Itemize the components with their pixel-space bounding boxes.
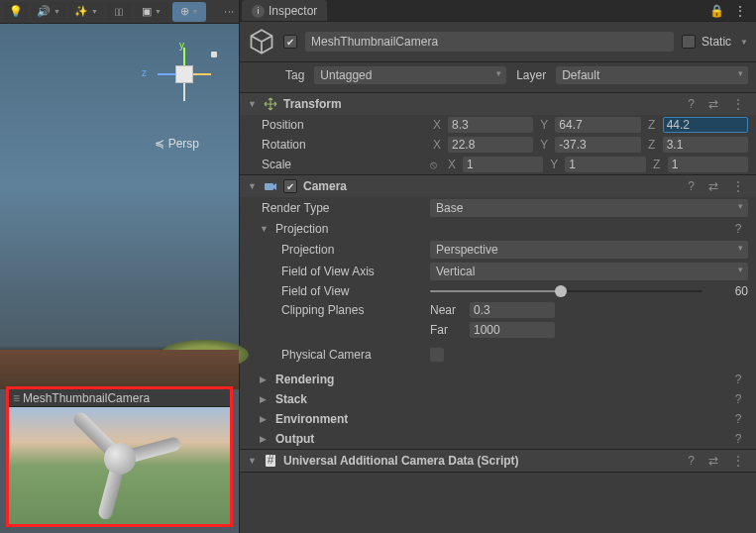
rotation-x[interactable]: 22.8 bbox=[448, 137, 533, 153]
scale-row: Scale ⦸ X1 Y1 Z1 bbox=[240, 155, 756, 174]
help-icon[interactable]: ? bbox=[684, 454, 699, 468]
fold-icon: ▼ bbox=[248, 456, 258, 466]
fov-label: Field of View bbox=[281, 284, 426, 298]
gizmo-toggle[interactable]: ⊕▼ bbox=[172, 2, 206, 22]
tab-menu-icon[interactable]: ⋮ bbox=[734, 4, 746, 18]
fov-value[interactable]: 60 bbox=[710, 284, 748, 298]
position-y[interactable]: 64.7 bbox=[555, 117, 640, 133]
fov-slider[interactable]: 60 bbox=[430, 284, 748, 298]
stack-label: Stack bbox=[275, 392, 722, 406]
camera-preview-titlebar[interactable]: ≡ MeshThumbnailCamera bbox=[9, 389, 230, 407]
inspector-tabs: i Inspector 🔒 ⋮ bbox=[240, 0, 756, 22]
position-x[interactable]: 8.3 bbox=[448, 117, 533, 133]
static-checkbox[interactable] bbox=[682, 35, 696, 49]
tag-dropdown[interactable]: Untagged bbox=[314, 66, 506, 84]
physical-camera-checkbox[interactable] bbox=[430, 348, 444, 362]
tab-label: Inspector bbox=[269, 4, 317, 18]
fold-icon: ▼ bbox=[248, 99, 258, 109]
link-icon[interactable]: ⦸ bbox=[430, 159, 437, 171]
position-row: Position X8.3 Y64.7 Z44.2 bbox=[240, 115, 756, 135]
scale-y[interactable]: 1 bbox=[565, 157, 645, 172]
camera-header[interactable]: ▼ Camera ? ⇄ ⋮ bbox=[240, 175, 756, 197]
camera-enabled-checkbox[interactable] bbox=[283, 179, 297, 193]
grip-icon: ≡ bbox=[13, 391, 18, 405]
help-icon[interactable]: ? bbox=[684, 179, 699, 193]
gameobject-icon[interactable] bbox=[248, 28, 275, 55]
fx-toggle[interactable]: ✨▼ bbox=[69, 2, 103, 22]
object-header: MeshThumbnailCamera Static ▼ bbox=[240, 22, 756, 62]
object-name-field[interactable]: MeshThumbnailCamera bbox=[305, 32, 674, 52]
orientation-gizmo[interactable]: yz bbox=[150, 40, 219, 109]
help-icon[interactable]: ? bbox=[728, 392, 748, 406]
help-icon[interactable]: ? bbox=[728, 412, 748, 426]
output-section[interactable]: ▶ Output ? bbox=[240, 429, 756, 449]
preset-icon[interactable]: ⇄ bbox=[704, 97, 722, 111]
menu-icon[interactable]: ⋮ bbox=[728, 97, 748, 111]
preset-icon[interactable]: ⇄ bbox=[704, 179, 722, 193]
stack-section[interactable]: ▶ Stack ? bbox=[240, 389, 756, 409]
scene-toolbar: 💡 🔊▼ ✨▼ 👁̷ ▣▼ ⊕▼ ⋮ bbox=[0, 0, 239, 24]
lock-icon[interactable]: 🔒 bbox=[709, 4, 724, 18]
clipping-far-row: Far 1000 bbox=[240, 320, 756, 340]
help-icon[interactable]: ? bbox=[684, 97, 699, 111]
fov-axis-row: Field of View Axis Vertical bbox=[240, 261, 756, 282]
render-type-dropdown[interactable]: Base bbox=[430, 199, 748, 217]
svg-rect-0 bbox=[265, 183, 273, 190]
rotation-z[interactable]: 3.1 bbox=[663, 137, 748, 153]
rotation-y[interactable]: -37.3 bbox=[555, 137, 640, 153]
layer-dropdown[interactable]: Default bbox=[556, 66, 748, 84]
fov-axis-dropdown[interactable]: Vertical bbox=[430, 263, 748, 280]
chevron-down-icon[interactable]: ▼ bbox=[740, 38, 748, 47]
transform-component: ▼ Transform ? ⇄ ⋮ Position X8.3 Y64.7 Z4… bbox=[240, 93, 756, 175]
static-label: Static bbox=[702, 35, 731, 49]
fold-icon: ▶ bbox=[260, 374, 270, 384]
active-checkbox[interactable] bbox=[283, 35, 297, 49]
scene-menu-icon[interactable]: ⋮ bbox=[224, 7, 235, 17]
environment-section[interactable]: ▶ Environment ? bbox=[240, 409, 756, 429]
rendering-section[interactable]: ▶ Rendering ? bbox=[240, 370, 756, 389]
urp-header[interactable]: ▼ # Universal Additional Camera Data (Sc… bbox=[240, 450, 756, 472]
transform-header[interactable]: ▼ Transform ? ⇄ ⋮ bbox=[240, 93, 756, 115]
audio-toggle[interactable]: 🔊▼ bbox=[32, 2, 65, 22]
camera-preview-panel[interactable]: ≡ MeshThumbnailCamera bbox=[6, 386, 233, 527]
scale-label: Scale bbox=[262, 158, 426, 171]
near-field[interactable]: 0.3 bbox=[470, 302, 555, 318]
clipping-row: Clipping Planes Near 0.3 bbox=[240, 300, 756, 320]
rotation-label: Rotation bbox=[262, 138, 426, 152]
fold-icon: ▶ bbox=[260, 394, 270, 404]
help-icon[interactable]: ? bbox=[728, 373, 748, 386]
fov-axis-label: Field of View Axis bbox=[281, 265, 426, 278]
menu-icon[interactable]: ⋮ bbox=[728, 454, 748, 468]
static-toggle[interactable]: Static ▼ bbox=[682, 35, 748, 49]
camera-title: Camera bbox=[303, 179, 678, 193]
projection-label[interactable]: Persp bbox=[155, 137, 199, 151]
position-z[interactable]: 44.2 bbox=[663, 117, 748, 133]
scene-view[interactable]: 💡 🔊▼ ✨▼ 👁̷ ▣▼ ⊕▼ ⋮ yz Persp ≡ MeshThumbn… bbox=[0, 0, 240, 533]
projection-label: Projection bbox=[281, 243, 426, 257]
script-icon: # bbox=[264, 454, 277, 468]
preset-icon[interactable]: ⇄ bbox=[704, 454, 722, 468]
tag-layer-row: Tag Untagged Layer Default bbox=[240, 62, 756, 93]
projection-dropdown[interactable]: Perspective bbox=[430, 241, 748, 259]
fov-row: Field of View 60 bbox=[240, 282, 756, 300]
light-toggle[interactable]: 💡 bbox=[4, 2, 28, 22]
far-field[interactable]: 1000 bbox=[470, 322, 555, 338]
help-icon[interactable]: ? bbox=[728, 432, 748, 446]
help-icon[interactable]: ? bbox=[728, 222, 748, 236]
tab-inspector[interactable]: i Inspector bbox=[242, 0, 327, 21]
camera-toggle[interactable]: ▣▼ bbox=[135, 2, 168, 22]
menu-icon[interactable]: ⋮ bbox=[728, 179, 748, 193]
projection-section[interactable]: ▼ Projection ? bbox=[240, 219, 756, 239]
scale-z[interactable]: 1 bbox=[668, 157, 748, 172]
camera-icon bbox=[264, 179, 277, 193]
rotation-row: Rotation X22.8 Y-37.3 Z3.1 bbox=[240, 135, 756, 155]
scale-x[interactable]: 1 bbox=[463, 157, 543, 172]
physical-camera-row: Physical Camera bbox=[240, 346, 756, 364]
position-label: Position bbox=[262, 118, 426, 132]
urp-component: ▼ # Universal Additional Camera Data (Sc… bbox=[240, 450, 756, 473]
projection-row: Projection Perspective bbox=[240, 239, 756, 261]
visibility-toggle[interactable]: 👁̷ bbox=[107, 2, 131, 22]
render-type-label: Render Type bbox=[262, 201, 426, 215]
camera-preview-title: MeshThumbnailCamera bbox=[23, 391, 150, 405]
transform-title: Transform bbox=[283, 97, 678, 111]
